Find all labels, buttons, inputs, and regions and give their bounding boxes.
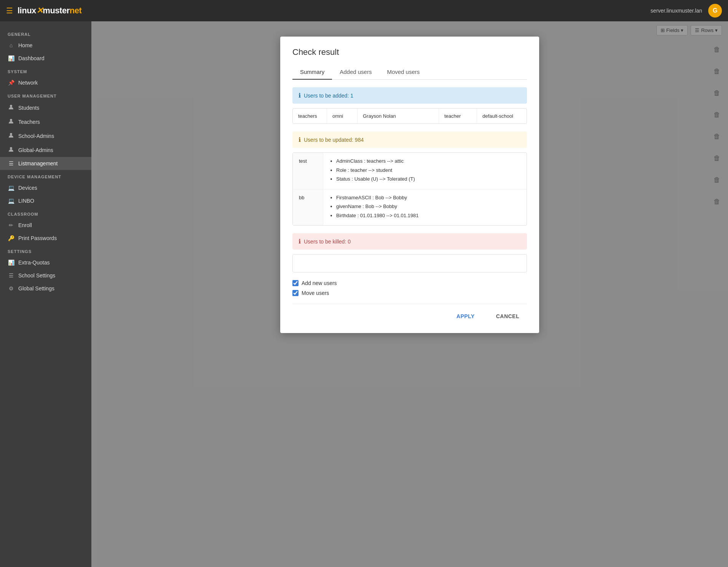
- sidebar-item-global-admins-label: Global-Admins: [18, 147, 53, 153]
- section-title-user-management: USER MANAGEMENT: [0, 89, 91, 101]
- modal-title: Check result: [292, 47, 527, 57]
- update-change-item: Role : teacher --> student: [336, 167, 520, 174]
- sidebar-item-enroll[interactable]: ✏ Enroll: [0, 219, 91, 232]
- sidebar-section-settings: SETTINGS 📊 Extra-Quotas ☰ School Setting…: [0, 245, 91, 295]
- tab-added-users[interactable]: Added users: [332, 65, 379, 80]
- students-icon: [8, 104, 14, 111]
- sidebar-section-classroom: CLASSROOM ✏ Enroll 🔑 Print Passwords: [0, 207, 91, 245]
- updated-users-table: test AdminClass : teachers --> attic Rol…: [292, 152, 527, 226]
- move-users-checkbox[interactable]: [292, 290, 299, 296]
- home-icon: ⌂: [8, 42, 14, 48]
- cancel-button[interactable]: CANCEL: [489, 310, 527, 322]
- add-new-users-label: Add new users: [302, 280, 337, 286]
- modal-backdrop: Check result Summary Added users Moved u…: [91, 21, 728, 567]
- section-title-general: GENERAL: [0, 27, 91, 39]
- tab-moved-users[interactable]: Moved users: [379, 65, 427, 80]
- sidebar-item-enroll-label: Enroll: [18, 222, 32, 228]
- extra-quotas-icon: 📊: [8, 259, 14, 266]
- dashboard-icon: 📊: [8, 55, 14, 61]
- add-new-users-checkbox-label[interactable]: Add new users: [292, 280, 527, 286]
- sidebar-item-listmanagement[interactable]: ☰ Listmanagement: [0, 157, 91, 170]
- killed-users-table: [292, 254, 527, 272]
- update-changes-bb: FirstnameASCII : Bob --> Bobby givenName…: [323, 189, 527, 226]
- sidebar-item-linbo[interactable]: 💻 LINBO: [0, 194, 91, 207]
- killed-info-icon: ℹ: [299, 238, 301, 245]
- global-settings-icon: ⚙: [8, 285, 14, 292]
- added-info-icon: ℹ: [299, 92, 301, 99]
- check-result-modal: Check result Summary Added users Moved u…: [280, 37, 539, 333]
- hamburger-icon[interactable]: ☰: [6, 6, 13, 15]
- update-change-item: AdminClass : teachers --> attic: [336, 157, 520, 165]
- sidebar-item-school-settings[interactable]: ☰ School Settings: [0, 269, 91, 282]
- added-alert-text: Users to be added: 1: [304, 93, 353, 99]
- network-icon: 📌: [8, 80, 14, 86]
- devices-icon: 💻: [8, 185, 14, 191]
- updated-alert: ℹ Users to be updated: 984: [292, 131, 527, 148]
- sidebar-item-dashboard[interactable]: 📊 Dashboard: [0, 52, 91, 65]
- apply-button[interactable]: APPLY: [449, 310, 482, 322]
- checkbox-group: Add new users Move users: [292, 280, 527, 296]
- sidebar-section-system: SYSTEM 📌 Network: [0, 65, 91, 89]
- sidebar-item-students-label: Students: [18, 105, 39, 111]
- update-key-bb: bb: [293, 189, 323, 226]
- sidebar-item-students[interactable]: Students: [0, 101, 91, 115]
- modal-tabs: Summary Added users Moved users: [292, 65, 527, 80]
- sidebar-item-listmanagement-label: Listmanagement: [18, 160, 58, 167]
- sidebar-item-global-settings[interactable]: ⚙ Global Settings: [0, 282, 91, 295]
- sidebar-item-teachers[interactable]: Teachers: [0, 115, 91, 129]
- sidebar-item-extra-quotas-label: Extra-Quotas: [18, 259, 49, 266]
- section-title-settings: SETTINGS: [0, 245, 91, 256]
- add-new-users-checkbox[interactable]: [292, 280, 299, 286]
- svg-point-0: [10, 105, 12, 107]
- sidebar-item-linbo-label: LINBO: [18, 198, 34, 204]
- sidebar-section-general: GENERAL ⌂ Home 📊 Dashboard: [0, 27, 91, 65]
- sidebar-item-home-label: Home: [18, 42, 32, 48]
- added-alert: ℹ Users to be added: 1: [292, 87, 527, 104]
- user-avatar[interactable]: G: [708, 4, 722, 18]
- update-change-item: Status : Usable (U) --> Tolerated (T): [336, 175, 520, 183]
- sidebar-item-print-passwords[interactable]: 🔑 Print Passwords: [0, 232, 91, 245]
- added-username: teachers: [293, 109, 327, 123]
- global-admins-icon: [8, 146, 14, 154]
- sidebar-item-global-settings-label: Global Settings: [18, 285, 54, 292]
- sidebar-item-school-admins-label: School-Admins: [18, 133, 54, 139]
- updated-info-icon: ℹ: [299, 136, 301, 143]
- school-admins-icon: [8, 132, 14, 139]
- move-users-checkbox-label[interactable]: Move users: [292, 290, 527, 296]
- school-settings-icon: ☰: [8, 272, 14, 279]
- site-logo: linux✕musternet: [18, 6, 81, 16]
- section-title-system: SYSTEM: [0, 65, 91, 76]
- print-passwords-icon: 🔑: [8, 235, 14, 241]
- tab-summary[interactable]: Summary: [292, 65, 332, 80]
- update-row-test: test AdminClass : teachers --> attic Rol…: [293, 153, 527, 189]
- added-role: teacher: [439, 109, 477, 123]
- added-name: Grayson Nolan: [358, 109, 439, 123]
- sidebar-item-home[interactable]: ⌂ Home: [0, 39, 91, 52]
- update-row-bb: bb FirstnameASCII : Bob --> Bobby givenN…: [293, 189, 527, 226]
- sidebar-item-school-admins[interactable]: School-Admins: [0, 129, 91, 143]
- sidebar-item-network[interactable]: 📌 Network: [0, 76, 91, 89]
- update-change-item: givenName : Bob --> Bobby: [336, 203, 520, 210]
- update-changes-test: AdminClass : teachers --> attic Role : t…: [323, 153, 527, 189]
- svg-point-3: [10, 147, 12, 149]
- sidebar-item-global-admins[interactable]: Global-Admins: [0, 143, 91, 157]
- killed-alert-text: Users to be killed: 0: [304, 239, 351, 245]
- added-class: omni: [327, 109, 358, 123]
- svg-point-2: [10, 133, 12, 135]
- sidebar-section-device-management: DEVICE MANAGEMENT 💻 Devices 💻 LINBO: [0, 170, 91, 207]
- enroll-icon: ✏: [8, 222, 14, 228]
- sidebar-item-network-label: Network: [18, 80, 38, 86]
- added-user-row: teachers omni Grayson Nolan teacher defa…: [293, 109, 527, 123]
- teachers-icon: [8, 118, 14, 125]
- updated-alert-text: Users to be updated: 984: [304, 137, 364, 143]
- update-change-item: Birthdate : 01.01.1980 --> 01.01.1981: [336, 212, 520, 219]
- sidebar-item-extra-quotas[interactable]: 📊 Extra-Quotas: [0, 256, 91, 269]
- sidebar-section-user-management: USER MANAGEMENT Students Teachers School…: [0, 89, 91, 170]
- added-school: default-school: [477, 109, 527, 123]
- linbo-icon: 💻: [8, 198, 14, 204]
- navbar: ☰ linux✕musternet server.linuxmuster.lan…: [0, 0, 728, 21]
- sidebar-item-devices[interactable]: 💻 Devices: [0, 181, 91, 194]
- modal-footer: APPLY CANCEL: [292, 304, 527, 322]
- added-users-table: teachers omni Grayson Nolan teacher defa…: [292, 108, 527, 124]
- listmanagement-icon: ☰: [8, 160, 14, 167]
